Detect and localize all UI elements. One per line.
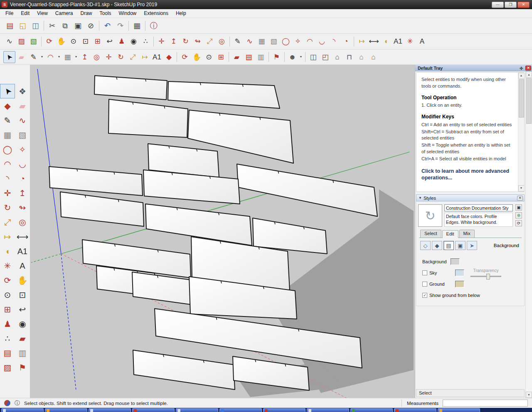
- section-plane-tool-icon[interactable]: ▰: [15, 331, 30, 346]
- undo-icon[interactable]: ↶: [101, 20, 114, 32]
- modeling-settings-icon[interactable]: ➤: [467, 241, 477, 250]
- scale-tool-icon[interactable]: ⤢: [127, 51, 139, 63]
- dimension-tool-icon[interactable]: ⟷: [15, 229, 30, 244]
- arc-tool-icon[interactable]: ◠: [44, 51, 57, 63]
- taskbar-item[interactable]: [263, 408, 305, 412]
- scale-tool-icon[interactable]: ⤢: [204, 35, 216, 47]
- user-account-icon[interactable]: ☻: [286, 51, 298, 63]
- zoom-tool-icon[interactable]: ⊙: [203, 51, 215, 63]
- scroll-up-icon[interactable]: ▲: [526, 71, 532, 78]
- ground-checkbox[interactable]: [422, 282, 427, 287]
- follow-me-tool-icon[interactable]: ↬: [192, 35, 204, 47]
- transparency-slider-thumb[interactable]: [486, 274, 490, 280]
- bezier-curve-icon[interactable]: ∿: [3, 35, 15, 47]
- taskbar-item[interactable]: [219, 408, 262, 412]
- look-around-tool-icon[interactable]: ◉: [128, 35, 140, 47]
- text-tool-icon[interactable]: A1: [151, 51, 163, 63]
- move-tool-icon[interactable]: ✛: [103, 51, 115, 63]
- menu-draw[interactable]: Draw: [77, 10, 96, 17]
- paste-icon[interactable]: ▣: [71, 20, 84, 32]
- zoom-previous-tool-icon[interactable]: ↩: [15, 302, 30, 316]
- transparency-slider[interactable]: [470, 276, 501, 277]
- stone-plank[interactable]: [60, 192, 144, 226]
- maximize-button[interactable]: ❐: [505, 2, 517, 8]
- protractor-icon[interactable]: ◖: [0, 244, 15, 258]
- stone-plank[interactable]: [143, 170, 240, 204]
- two-point-arc-tool-icon[interactable]: ◡: [15, 157, 30, 171]
- taskbar-item[interactable]: [176, 408, 218, 412]
- shapes-tool-icon[interactable]: ▦: [62, 51, 74, 63]
- tray-scrollbar[interactable]: ▲ ▼: [525, 71, 532, 398]
- create-style-icon[interactable]: ⊕: [515, 212, 522, 218]
- rotated-rectangle-tool-icon[interactable]: ▧: [15, 128, 30, 142]
- save-icon[interactable]: ◫: [29, 20, 42, 32]
- stone-plank[interactable]: [133, 350, 235, 390]
- sky-checkbox[interactable]: [422, 270, 427, 275]
- update-style-icon[interactable]: ⟳: [515, 220, 522, 226]
- circle-tool-icon[interactable]: ◯: [0, 142, 15, 157]
- circle-tool-icon[interactable]: ◯: [280, 35, 292, 47]
- zoom-window-tool-icon[interactable]: ⊡: [15, 287, 30, 302]
- orbit-tool-icon[interactable]: ⟳: [179, 51, 191, 63]
- background-settings-icon[interactable]: ▤: [443, 241, 454, 250]
- show-ground-checkbox[interactable]: ✓: [422, 293, 427, 298]
- taskbar-item[interactable]: [89, 408, 131, 412]
- line-tool-icon[interactable]: ✎: [232, 35, 244, 47]
- rotate-tool-icon[interactable]: ↻: [0, 200, 15, 215]
- pin-icon[interactable]: ✜: [519, 66, 524, 71]
- section-display-cuts-icon[interactable]: ▤: [243, 51, 255, 63]
- home-icon[interactable]: ⌂: [331, 51, 343, 63]
- menu-window[interactable]: Window: [115, 10, 140, 17]
- zoom-tool-icon[interactable]: ⊙: [67, 35, 79, 47]
- paint-bucket-icon[interactable]: ◆: [163, 51, 175, 63]
- zoom-extents-tool-icon[interactable]: ⊞: [0, 302, 15, 316]
- scroll-up-icon[interactable]: ▲: [518, 73, 525, 79]
- tape-measure-icon[interactable]: ↦: [356, 35, 368, 47]
- taskbar-item[interactable]: [132, 408, 175, 412]
- section-fill-icon[interactable]: ▨: [0, 360, 15, 375]
- sandbox-from-scratch-icon[interactable]: ▧: [27, 35, 39, 47]
- move-tool-icon[interactable]: ✛: [0, 186, 15, 200]
- scroll-thumb[interactable]: [519, 79, 524, 118]
- offset-tool-icon[interactable]: ◎: [15, 215, 30, 229]
- background-color-swatch[interactable]: [451, 258, 460, 265]
- walk-tool-icon[interactable]: ∴: [140, 35, 152, 47]
- tab-mix[interactable]: Mix: [459, 230, 475, 238]
- styles-close-icon[interactable]: ✕: [517, 196, 523, 201]
- menu-camera[interactable]: Camera: [52, 10, 77, 17]
- rectangle-tool-icon[interactable]: ▦: [256, 35, 268, 47]
- taskbar-item[interactable]: [307, 408, 349, 412]
- add-location-icon[interactable]: ⚑: [15, 360, 30, 375]
- stone-plank[interactable]: [168, 81, 280, 108]
- pan-tool-icon[interactable]: ✋: [55, 35, 67, 47]
- face-settings-icon[interactable]: ◆: [432, 241, 442, 250]
- shed-icon[interactable]: ⌂: [367, 51, 379, 63]
- tab-edit[interactable]: Edit: [442, 230, 458, 238]
- arc-tool-caret[interactable]: ▾: [57, 51, 62, 63]
- polygon-tool-icon[interactable]: ✧: [15, 142, 30, 157]
- axes-tool-icon[interactable]: ✳: [404, 35, 416, 47]
- menu-file[interactable]: File: [2, 10, 17, 17]
- line-tool-icon[interactable]: ✎: [27, 51, 39, 63]
- select-tool-icon[interactable]: ➤: [3, 51, 15, 63]
- orbit-tool-icon[interactable]: ⟳: [0, 273, 15, 287]
- position-camera-tool-icon[interactable]: ♟: [116, 35, 128, 47]
- section-display-cuts-icon[interactable]: ▤: [0, 346, 15, 360]
- push-pull-tool-icon[interactable]: ↥: [167, 35, 180, 47]
- zoom-extents-tool-icon[interactable]: ⊞: [91, 35, 103, 47]
- scroll-down-icon[interactable]: ▼: [526, 392, 532, 398]
- house-icon[interactable]: ⌂: [355, 51, 367, 63]
- make-component-icon[interactable]: ❖: [15, 84, 30, 98]
- minimize-button[interactable]: —: [492, 2, 504, 8]
- styles-section-header[interactable]: ▼ Styles ✕: [416, 194, 525, 201]
- threed-text-tool-icon[interactable]: A: [416, 35, 428, 47]
- rotated-rectangle-tool-icon[interactable]: ▧: [268, 35, 280, 47]
- move-tool-icon[interactable]: ✛: [155, 35, 167, 47]
- look-around-tool-icon[interactable]: ◉: [15, 316, 30, 331]
- freehand-tool-icon[interactable]: ∿: [15, 113, 30, 128]
- model-viewport[interactable]: [30, 65, 415, 398]
- sandbox-from-contours-icon[interactable]: ▨: [15, 35, 27, 47]
- close-button[interactable]: ✕: [517, 2, 530, 8]
- rectangle-tool-icon[interactable]: ▦: [0, 128, 15, 142]
- stone-plank[interactable]: [108, 99, 188, 137]
